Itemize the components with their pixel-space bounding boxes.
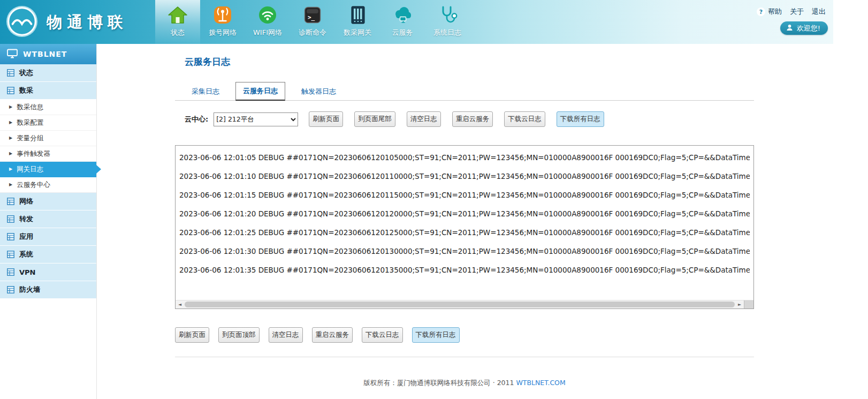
nav-item-cloud-service[interactable]: 云服务 [380, 0, 425, 44]
sidebar-menu: 状态 数采 ▶ 数采信息 ▶ 数采配置 ▶ 变量分组 ▶ 事件触发器 ▶ 网关日… [0, 64, 96, 299]
log-line: 2023-06-06 12:01:05 DEBUG ##0171QN=20230… [179, 148, 750, 167]
to-page-top-button[interactable]: 到页面顶部 [218, 327, 260, 343]
sidebar-item-label: 应用 [19, 232, 33, 242]
grid-icon [7, 198, 14, 205]
grid-icon [7, 69, 14, 77]
sidebar-subitem-label: 变量分组 [17, 134, 43, 143]
header-links: ? 帮助 关于 退出 [757, 7, 826, 17]
nav-item-system-log[interactable]: 系统日志 [425, 0, 470, 44]
horizontal-scrollbar[interactable]: ◄ ► [176, 300, 753, 308]
scroll-left-arrow-icon[interactable]: ◄ [176, 300, 184, 309]
sidebar-item-system[interactable]: 系统 [0, 246, 96, 264]
gateway-icon [346, 4, 369, 26]
scrollbar-track[interactable] [184, 300, 735, 309]
scrollbar-corner [744, 300, 753, 309]
grid-icon [7, 251, 14, 258]
clear-log-button[interactable]: 清空日志 [407, 111, 441, 127]
sidebar-item-application[interactable]: 应用 [0, 228, 96, 246]
nav-item-label: 状态 [171, 28, 185, 37]
nav-item-label: 数采网关 [344, 28, 371, 37]
sidebar-item-label: 状态 [19, 68, 33, 78]
footer-link[interactable]: WTBLNET.COM [516, 379, 565, 387]
sidebar-subitem-gateway-log[interactable]: ▶ 网关日志 [0, 162, 96, 177]
tab-bar: 采集日志 云服务日志 触发器日志 [175, 83, 754, 101]
scroll-right-arrow-icon[interactable]: ► [735, 300, 744, 309]
sidebar-subitem-label: 云服务中心 [17, 180, 50, 190]
cloud-center-select[interactable]: [2] 212平台 [214, 112, 298, 126]
home-icon [166, 4, 189, 26]
tab-cloud-service-log[interactable]: 云服务日志 [235, 82, 285, 101]
user-icon [786, 24, 793, 33]
grid-icon [7, 87, 14, 94]
help-icon: ? [757, 7, 765, 16]
footer: 版权所有：厦门物通博联网络科技有限公司 · 2011 WTBLNET.COM [175, 379, 754, 388]
nav-item-dial-network[interactable]: 拨号网络 [200, 0, 245, 44]
logout-link[interactable]: 退出 [812, 7, 826, 17]
sidebar-subitem-label: 事件触发器 [17, 149, 50, 159]
footer-divider [175, 357, 754, 357]
grid-icon [7, 215, 14, 223]
to-page-bottom-button[interactable]: 到页面尾部 [354, 111, 395, 127]
download-cloud-log-button[interactable]: 下载云日志 [362, 327, 403, 343]
log-output[interactable]: 2023-06-06 12:01:05 DEBUG ##0171QN=20230… [175, 145, 754, 309]
bottom-toolbar: 刷新页面 到页面顶部 清空日志 重启云服务 下载云日志 下载所有日志 [175, 327, 460, 343]
nav-item-diagnostic-command[interactable]: >_ 诊断命令 [290, 0, 335, 44]
sidebar-item-data-acquisition[interactable]: 数采 [0, 82, 96, 100]
copyright-text: 版权所有：厦门物通博联网络科技有限公司 · 2011 [363, 379, 514, 387]
top-nav: 状态 拨号网络 [155, 0, 470, 44]
sidebar-item-firewall[interactable]: 防火墙 [0, 281, 96, 299]
refresh-page-button[interactable]: 刷新页面 [309, 111, 343, 127]
logo-text: 物通博联 [47, 12, 128, 33]
sidebar-item-label: 数采 [19, 86, 33, 95]
sidebar-item-status[interactable]: 状态 [0, 64, 96, 82]
nav-item-label: 云服务 [392, 28, 413, 37]
sidebar-subitem-data-config[interactable]: ▶ 数采配置 [0, 115, 96, 131]
welcome-text: 欢迎您! [797, 24, 820, 33]
log-line: 2023-06-06 12:01:15 DEBUG ##0171QN=20230… [179, 186, 750, 205]
sidebar-item-forward[interactable]: 转发 [0, 210, 96, 228]
triangle-bullet-icon: ▶ [9, 167, 12, 171]
restart-cloud-service-button[interactable]: 重启云服务 [452, 111, 493, 127]
terminal-icon: >_ [301, 4, 324, 26]
tab-trigger-log[interactable]: 触发器日志 [294, 83, 343, 100]
sidebar-subitem-label: 数采配置 [17, 118, 43, 127]
nav-item-label: 系统日志 [433, 28, 461, 37]
sidebar-item-network[interactable]: 网络 [0, 193, 96, 210]
cloud-center-label: 云中心: [185, 115, 208, 124]
sidebar-subitem-data-info[interactable]: ▶ 数采信息 [0, 100, 96, 115]
top-toolbar: 刷新页面 到页面尾部 清空日志 重启云服务 下载云日志 下载所有日志 [309, 111, 604, 127]
triangle-bullet-icon: ▶ [9, 152, 12, 156]
sidebar-subitem-cloud-service-center[interactable]: ▶ 云服务中心 [0, 177, 96, 193]
triangle-bullet-icon: ▶ [9, 105, 12, 109]
sidebar-item-label: 网络 [19, 197, 33, 206]
page-title: 云服务日志 [175, 56, 754, 68]
nav-item-status[interactable]: 状态 [155, 0, 200, 44]
download-all-logs-button[interactable]: 下载所有日志 [412, 327, 460, 343]
help-link[interactable]: 帮助 [768, 7, 782, 17]
nav-item-data-gateway[interactable]: 数采网关 [335, 0, 380, 44]
sidebar-subitem-variable-group[interactable]: ▶ 变量分组 [0, 131, 96, 146]
sidebar-title: WTBLNET [23, 50, 67, 58]
grid-icon [7, 233, 14, 240]
wifi-icon [256, 4, 279, 26]
clear-log-button[interactable]: 清空日志 [269, 327, 303, 343]
tab-collection-log[interactable]: 采集日志 [185, 83, 226, 100]
nav-item-label: WIFI网络 [253, 28, 282, 37]
sidebar-subitem-event-trigger[interactable]: ▶ 事件触发器 [0, 146, 96, 162]
log-line: 2023-06-06 12:01:10 DEBUG ##0171QN=20230… [179, 167, 750, 186]
restart-cloud-service-button[interactable]: 重启云服务 [312, 327, 353, 343]
scrollbar-thumb[interactable] [185, 302, 735, 307]
triangle-bullet-icon: ▶ [9, 136, 12, 140]
log-line: 2023-06-06 12:01:20 DEBUG ##0171QN=20230… [179, 205, 750, 223]
nav-item-wifi-network[interactable]: WIFI网络 [245, 0, 290, 44]
download-cloud-log-button[interactable]: 下载云日志 [504, 111, 545, 127]
sidebar: WTBLNET 状态 数采 ▶ 数采信息 ▶ 数采配置 ▶ 变量分组 ▶ 事件触… [0, 44, 97, 399]
about-link[interactable]: 关于 [790, 7, 804, 17]
sidebar-item-vpn[interactable]: VPN [0, 264, 96, 281]
download-all-logs-button[interactable]: 下载所有日志 [557, 111, 604, 127]
grid-icon [7, 286, 14, 293]
nav-item-label: 拨号网络 [209, 28, 237, 37]
refresh-page-button[interactable]: 刷新页面 [175, 327, 209, 343]
main-content: 云服务日志 采集日志 云服务日志 触发器日志 云中心: [2] 212平台 刷新… [175, 44, 754, 388]
welcome-badge: 欢迎您! [780, 21, 828, 35]
